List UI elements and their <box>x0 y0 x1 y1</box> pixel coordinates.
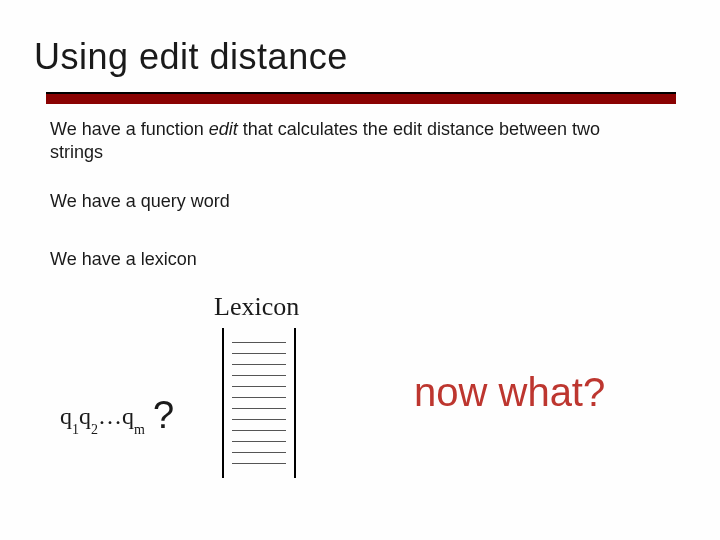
lexicon-line <box>232 463 286 464</box>
query-sub-2: 2 <box>91 422 98 437</box>
lexicon-line <box>232 430 286 431</box>
divider-bar <box>46 94 676 104</box>
query-word: q1q2…qm? <box>60 394 174 437</box>
body-line-1a: We have a function <box>50 119 209 139</box>
lexicon-line <box>232 353 286 354</box>
query-dots: … <box>98 403 122 429</box>
lexicon-line <box>232 342 286 343</box>
lexicon-line <box>232 397 286 398</box>
body-line-2: We have a query word <box>50 190 230 213</box>
question-mark: ? <box>153 394 174 436</box>
body-line-3: We have a lexicon <box>50 248 197 271</box>
body-line-1-emph: edit <box>209 119 238 139</box>
lexicon-label: Lexicon <box>214 292 299 322</box>
lexicon-box <box>222 328 296 478</box>
lexicon-line <box>232 364 286 365</box>
query-q2: q <box>79 403 91 429</box>
slide-title: Using edit distance <box>34 36 348 78</box>
lexicon-line <box>232 452 286 453</box>
query-qm: q <box>122 403 134 429</box>
query-sub-m: m <box>134 422 145 437</box>
query-sub-1: 1 <box>72 422 79 437</box>
lexicon-line <box>232 419 286 420</box>
slide: Using edit distance We have a function e… <box>0 0 720 540</box>
lexicon-line <box>232 375 286 376</box>
callout-text: now what? <box>414 370 605 415</box>
title-divider <box>46 92 676 104</box>
lexicon-line <box>232 386 286 387</box>
query-q1: q <box>60 403 72 429</box>
lexicon-line <box>232 441 286 442</box>
body-line-1: We have a function edit that calculates … <box>50 118 650 163</box>
lexicon-line <box>232 408 286 409</box>
